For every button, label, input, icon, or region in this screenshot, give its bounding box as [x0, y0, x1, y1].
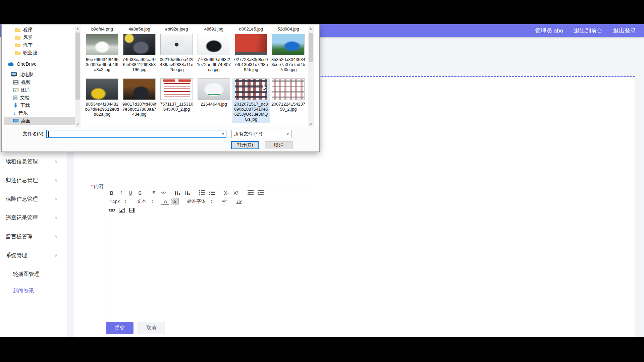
logout-link[interactable]: 退出登录	[613, 27, 636, 35]
tree-item-documents[interactable]: 文档	[4, 94, 75, 102]
ordered-list-icon[interactable]	[198, 190, 207, 195]
editor-content-area[interactable]	[105, 216, 307, 327]
sidebar-subitem-news[interactable]: 新闻资讯	[0, 287, 67, 295]
sidebar-item-violation-records[interactable]: 违章记录管理 ∨	[0, 214, 67, 222]
screen: 管理员 abo 退出到前台 退出登录 续租信息管理 ∨ 归还信息管理 ∨ 保险信…	[0, 0, 644, 362]
tree-item-desktop[interactable]: 桌面	[4, 117, 75, 125]
exit-to-front-link[interactable]: 退出到前台	[574, 27, 602, 35]
scroll-down-icon[interactable]: ∨	[75, 121, 80, 127]
file-name: 88534d4f184482b67d9e29512e0dd62a.jpg	[85, 102, 119, 117]
file-item[interactable]: 66e769634f84993c009ae6bab4f9a3c2.jpg	[84, 33, 121, 73]
chevron-down-icon: ∨	[54, 158, 58, 166]
font-family-select[interactable]: 标准字体 ▲▼	[185, 198, 215, 204]
form-cancel-button[interactable]: 取消	[138, 322, 165, 334]
tree-item-onedrive[interactable]: OneDrive	[4, 60, 75, 68]
tree-item-videos[interactable]: 视频	[4, 78, 75, 86]
scroll-down-icon[interactable]: ∨	[308, 121, 314, 127]
filename-input[interactable]: ∨	[46, 130, 226, 138]
align-icon[interactable]	[221, 199, 229, 203]
tree-scrollbar-thumb[interactable]	[75, 33, 80, 100]
tree-item-programs[interactable]: 程序	[4, 26, 75, 34]
indent-decrease-icon[interactable]	[246, 190, 255, 195]
font-color-button[interactable]: A	[161, 198, 169, 205]
tree-item-label: 汽车	[23, 42, 33, 48]
indent-increase-icon[interactable]	[256, 190, 265, 195]
blockquote-button[interactable]: ”	[150, 189, 158, 196]
file-label[interactable]: d0021e5.jpg	[232, 26, 270, 32]
file-item[interactable]: 35352da30436343cee7a37b7ad4b7d0e.jpg	[270, 33, 307, 73]
text-caret	[48, 131, 49, 137]
folder-icon	[15, 51, 20, 55]
sidebar-item-system-management[interactable]: 系统管理 ∧	[0, 251, 67, 259]
sidebar-item-message-board[interactable]: 留言板管理 ∨	[0, 233, 67, 241]
tree-item-cars[interactable]: 汽车	[4, 41, 75, 49]
submit-button[interactable]: 提交	[106, 322, 133, 334]
italic-button[interactable]: I	[117, 189, 125, 196]
file-thumbnail	[198, 78, 230, 100]
file-item[interactable]: 027723a83d8cc074b13bf31c72f8a94b.jpg	[232, 33, 270, 73]
tree-item-label: 下载	[20, 103, 30, 109]
file-item[interactable]: 7703d6ff9a963f21e72aef6b74f807ca.jpg	[195, 33, 232, 73]
clear-format-button[interactable]: Tx	[235, 198, 243, 205]
bold-button[interactable]: B	[108, 189, 116, 196]
editor-toolbar: B I U S ” </> H₁ H₂	[105, 186, 307, 216]
file-item[interactable]: 88534d4f184482b67d9e29512e0dd62a.jpg	[84, 78, 121, 118]
image-icon[interactable]	[118, 208, 126, 213]
tree-item-pictures[interactable]: 图片	[4, 86, 75, 94]
heading1-button[interactable]: H₁	[173, 189, 182, 196]
file-label[interactable]: 48691.jpg	[195, 26, 232, 32]
file-item[interactable]: 2007122415423750_2.jpg	[270, 78, 307, 113]
underline-button[interactable]: U	[126, 189, 135, 196]
file-item[interactable]: 22644644.jpg	[195, 78, 232, 108]
font-size-select[interactable]: 14px ▲▼	[108, 199, 129, 204]
file-item[interactable]: 7571137_115310645000_2.jpg	[158, 78, 195, 113]
computer-icon	[11, 72, 17, 77]
file-label[interactable]: 4a8e5e.jpg	[121, 26, 158, 32]
sidebar-item-label: 归还信息管理	[6, 177, 38, 183]
file-label[interactable]: b9dfe4.png	[84, 26, 121, 32]
folder-tree: 程序 风景 汽车 职业照 OneDrive 此电脑	[4, 26, 75, 127]
unordered-list-icon[interactable]	[208, 190, 217, 195]
file-label[interactable]: ebf92e.jpeg	[158, 26, 195, 32]
file-item[interactable]: 74fd38eaf62ea976fe03841260853196.jpg	[121, 33, 158, 73]
sidebar-item-return-info[interactable]: 归还信息管理 ∨	[0, 176, 67, 184]
file-list-scrollbar-thumb[interactable]	[309, 33, 313, 62]
required-asterisk: *	[91, 183, 93, 189]
file-list-scrollbar[interactable]: ∧ ∨	[308, 26, 314, 127]
superscript-button[interactable]: X²	[232, 189, 240, 196]
toolbar-row-1: B I U S ” </> H₁ H₂	[108, 188, 304, 197]
file-item[interactable]: 99017d387fd489f7e5b8c17883aa743e.jpg	[121, 78, 158, 118]
link-icon[interactable]	[108, 208, 116, 213]
combo-arrow-icon[interactable]: ∨	[222, 132, 224, 136]
dialog-cancel-button[interactable]: 取消	[265, 141, 292, 149]
file-name: 99017d387fd489f7e5b8c17883aa743e.jpg	[122, 102, 157, 117]
updown-arrows-icon: ▲▼	[210, 199, 213, 203]
sidebar-item-renewal-info[interactable]: 续租信息管理 ∨	[0, 158, 67, 166]
filename-label: 文件名(N):	[14, 131, 45, 137]
scroll-up-icon[interactable]: ∧	[308, 26, 314, 32]
file-name: 74fd38eaf62ea976fe03841260853196.jpg	[122, 57, 157, 72]
code-button[interactable]: </>	[159, 189, 167, 196]
file-label[interactable]: 52d984.jpg	[270, 26, 307, 32]
video-icon[interactable]	[127, 208, 136, 213]
filetype-select[interactable]: 所有文件 (*.*) ∨	[231, 130, 292, 138]
open-button[interactable]: 打开(O)	[231, 141, 259, 149]
tree-item-downloads[interactable]: 下载	[4, 102, 75, 109]
sidebar-subitem-carousel-management[interactable]: 轮播图管理	[0, 270, 67, 278]
sidebar-item-insurance-info[interactable]: 保险信息管理 ∨	[0, 195, 67, 203]
subscript-button[interactable]: X₂	[223, 189, 231, 196]
file-item[interactable]: 06210d66cea4f2f436ac42838a11e2be.jpg	[158, 33, 195, 73]
tree-item-profile-photos[interactable]: 职业照	[4, 49, 75, 57]
tree-item-this-pc[interactable]: 此电脑	[4, 71, 75, 78]
tree-scrollbar[interactable]: ∧ ∨	[75, 26, 80, 127]
strikethrough-button[interactable]: S	[136, 189, 144, 196]
updown-arrows-icon: ▲▼	[124, 199, 127, 203]
tree-item-music[interactable]: ♪ 音乐	[4, 109, 75, 117]
sidebar-item-label: 留言板管理	[6, 234, 33, 239]
heading2-button[interactable]: H₂	[183, 189, 192, 196]
file-thumbnail	[123, 78, 156, 100]
paragraph-style-select[interactable]: 文本 ▲▼	[135, 198, 155, 204]
background-color-button[interactable]: A	[171, 198, 179, 205]
tree-item-scenery[interactable]: 风景	[4, 34, 75, 41]
scroll-up-icon[interactable]: ∧	[75, 26, 80, 32]
